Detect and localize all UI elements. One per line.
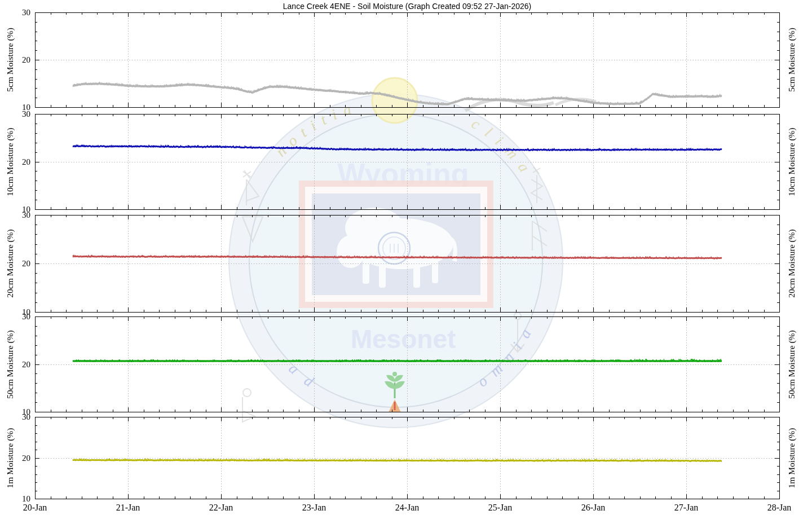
soil-moisture-chart-canvas (0, 0, 812, 519)
soil-moisture-graph-page: Wyoming Mesonet (0, 0, 812, 519)
